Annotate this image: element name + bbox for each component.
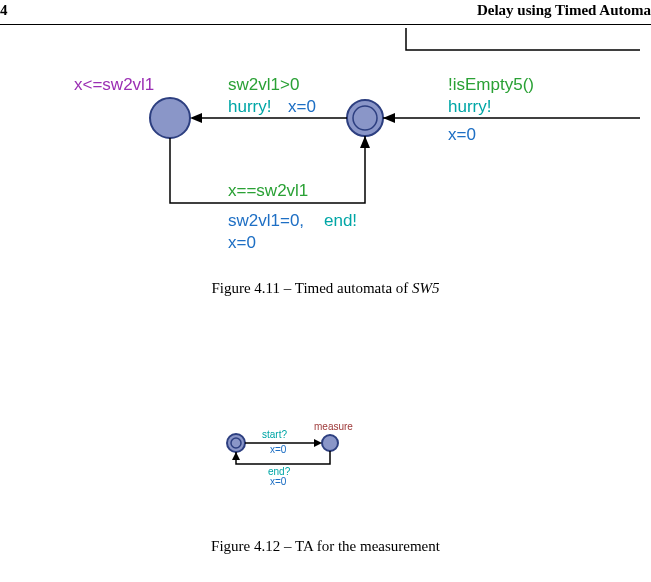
page: 4 Delay using Timed Automa x<=sw2vl1 sw2…	[0, 0, 651, 582]
state-measure	[322, 435, 338, 451]
label-top-guard: sw2vl1>0	[228, 75, 299, 94]
label-right-guard: !isEmpty5()	[448, 75, 534, 94]
page-header-title: Delay using Timed Automa	[477, 2, 651, 19]
label-invariant: x<=sw2vl1	[74, 75, 154, 94]
figure-4-11-caption: Figure 4.11 – Timed automata of SW5	[0, 280, 651, 297]
label-right-reset: x=0	[448, 125, 476, 144]
label-end-reset: x=0	[270, 476, 287, 487]
page-header: 4 Delay using Timed Automa	[0, 0, 651, 25]
figure-4-11-caption-object: SW5	[412, 280, 440, 296]
arrowhead-end	[232, 452, 240, 460]
label-bottom-reset: x=0	[228, 233, 256, 252]
label-measure: measure	[314, 421, 353, 432]
arrowhead-right	[383, 113, 395, 123]
label-bottom-sync: end!	[324, 211, 357, 230]
figure-4-12-caption: Figure 4.12 – TA for the measurement	[0, 538, 651, 555]
state-init-small	[227, 434, 245, 452]
figure-4-11-automaton: x<=sw2vl1 sw2vl1>0 hurry! x=0 !isEmpty5(…	[60, 28, 640, 258]
label-top-sync: hurry!	[228, 97, 271, 116]
label-start-reset: x=0	[270, 444, 287, 455]
arrowhead-start	[314, 439, 322, 447]
state-left	[150, 98, 190, 138]
svg-point-2	[227, 434, 245, 452]
label-bottom-assign: sw2vl1=0,	[228, 211, 304, 230]
state-initial	[347, 100, 383, 136]
edge-offpage-top	[406, 28, 640, 50]
arrowhead-top	[190, 113, 202, 123]
figure-4-12-automaton: start? x=0 measure end? x=0	[218, 418, 378, 488]
figure-4-11-caption-text: Figure 4.11 – Timed automata of	[211, 280, 412, 296]
label-bottom-guard: x==sw2vl1	[228, 181, 308, 200]
label-right-sync: hurry!	[448, 97, 491, 116]
page-number: 4	[0, 2, 8, 19]
label-start-sync: start?	[262, 429, 287, 440]
arrowhead-bottom	[360, 136, 370, 148]
label-top-reset: x=0	[288, 97, 316, 116]
